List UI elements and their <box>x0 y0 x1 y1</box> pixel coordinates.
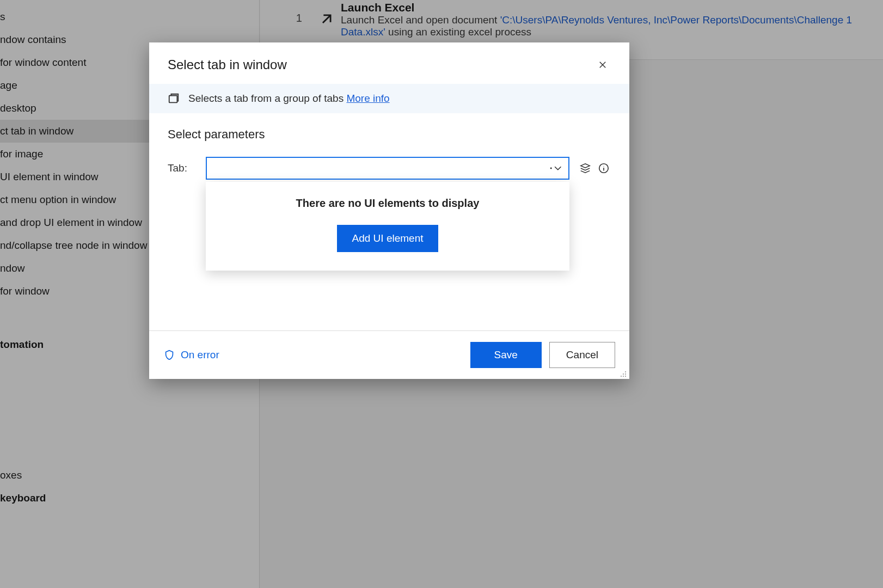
tabs-icon <box>168 93 180 105</box>
info-icon[interactable] <box>598 162 610 174</box>
parameter-side-icons <box>579 162 610 174</box>
dropdown-empty-text: There are no UI elements to display <box>211 197 564 210</box>
svg-rect-0 <box>169 96 177 103</box>
svg-point-8 <box>623 376 624 377</box>
dialog-footer: On error Save Cancel <box>149 330 629 379</box>
close-button[interactable] <box>593 56 612 74</box>
svg-point-3 <box>603 166 604 167</box>
dialog-body: Select parameters Tab: There are no UI e… <box>149 113 629 330</box>
ui-element-picker-icon[interactable] <box>579 162 591 174</box>
dialog-description-bar: Selects a tab from a group of tabs More … <box>149 84 629 113</box>
cancel-button[interactable]: Cancel <box>549 342 615 368</box>
tab-combobox: There are no UI elements to display Add … <box>206 157 569 180</box>
tab-input[interactable] <box>206 157 569 180</box>
tab-parameter-row: Tab: There are no UI elements to display… <box>168 157 611 180</box>
save-button[interactable]: Save <box>470 342 542 368</box>
tab-label: Tab: <box>168 162 196 174</box>
dialog-description: Selects a tab from a group of tabs <box>188 93 344 104</box>
dialog-title: Select tab in window <box>168 57 287 72</box>
more-info-link[interactable]: More info <box>346 93 389 104</box>
close-icon <box>598 60 608 70</box>
on-error-link[interactable]: On error <box>163 348 219 362</box>
svg-point-4 <box>625 371 626 372</box>
shield-icon <box>163 348 175 362</box>
svg-point-9 <box>625 376 626 377</box>
tab-dropdown-panel: There are no UI elements to display Add … <box>206 182 569 271</box>
dialog-header: Select tab in window <box>149 42 629 84</box>
resize-grip-icon[interactable] <box>618 369 627 378</box>
svg-point-5 <box>623 373 624 375</box>
add-ui-element-button[interactable]: Add UI element <box>337 225 439 252</box>
parameters-heading: Select parameters <box>168 127 611 142</box>
svg-point-6 <box>625 373 626 375</box>
select-tab-dialog: Select tab in window Selects a tab from … <box>149 42 629 379</box>
on-error-label: On error <box>181 349 219 361</box>
svg-point-7 <box>621 376 622 377</box>
